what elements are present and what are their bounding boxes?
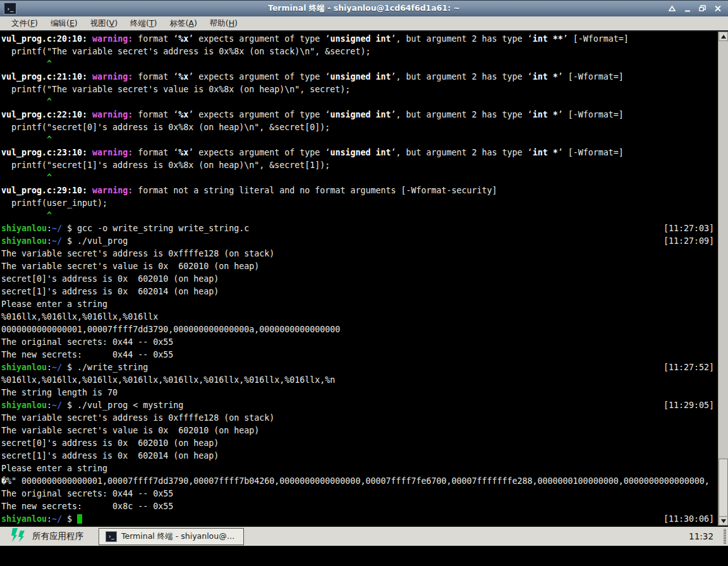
terminal-line: The original secrets: 0x44 -- 0x55 [1, 336, 718, 349]
terminal-line: %016llx,%016llx,%016llx,%016llx,%016llx,… [1, 374, 718, 387]
terminal-line: vul_prog.c:21:10: warning: format ‘%x’ e… [1, 71, 718, 83]
close-button[interactable] [713, 4, 722, 13]
terminal-line: �%" 0000000000000001,00007ffff7dd3790,00… [1, 475, 718, 488]
terminal-line: printf("The variable secret's value is 0… [1, 83, 718, 96]
scroll-down-icon [721, 519, 726, 523]
terminal-line: The new secrets: 0x8c -- 0x55 [1, 500, 718, 513]
timestamp: [11:30:06] [664, 513, 714, 526]
terminal-line: printf("secret[1]'s address is 0x%8x (on… [1, 159, 718, 172]
timestamp: [11:27:52] [664, 361, 714, 374]
window-controls [667, 4, 728, 13]
terminal-line: ^ [1, 210, 718, 222]
terminal-line: shiyanlou:~/ $ ./vul_prog < mystring[11:… [1, 399, 718, 412]
timestamp: [11:27:09] [664, 235, 714, 248]
terminal-cursor [77, 514, 82, 524]
taskbar-window-button[interactable]: ›_ Terminal 终端 - shiyanlou@… [99, 528, 244, 545]
terminal-line: 0000000000000001,00007ffff7dd3790,000000… [1, 323, 718, 336]
menu-item-view[interactable]: 视图(V) [84, 17, 124, 30]
maximize-button[interactable] [698, 4, 707, 13]
maximize-icon [698, 3, 707, 15]
terminal-line: ^ [1, 96, 718, 109]
menu-item-file[interactable]: 文件(F) [5, 17, 44, 30]
taskbar-clock: 11:32 [689, 531, 724, 541]
terminal-line: vul_prog.c:29:10: warning: format not a … [1, 184, 718, 197]
terminal-line: vul_prog.c:23:10: warning: format ‘%x’ e… [1, 147, 718, 159]
scroll-up-icon [721, 35, 726, 39]
terminal-line: printf("secret[0]'s address is 0x%8x (on… [1, 121, 718, 134]
scroll-up-button[interactable] [719, 32, 728, 41]
terminal-line: The original secrets: 0x44 -- 0x55 [1, 488, 718, 500]
terminal-line: The variable secret's address is 0xffffe… [1, 248, 718, 260]
close-icon [714, 3, 722, 15]
terminal-line: Please enter a string [1, 298, 718, 311]
taskbar-window-label: Terminal 终端 - shiyanlou@… [121, 531, 234, 542]
terminal-line: The variable secret's value is 0x 602010… [1, 424, 718, 437]
screen: { "colors": { "terminal_bg": "#000000", … [0, 0, 728, 566]
terminal-line: ^ [1, 134, 718, 147]
window-title: Terminal 终端 - shiyanlou@1cd64f6d1a61: ~ [0, 3, 728, 14]
terminal-icon: ›_ [4, 3, 16, 15]
terminal-line: The variable secret's address is 0xffffe… [1, 412, 718, 424]
scrollbar-thumb[interactable] [719, 459, 728, 517]
terminal-line: The string length is 70 [1, 387, 718, 399]
shade-icon [668, 3, 676, 15]
terminal-line: vul_prog.c:20:10: warning: format ‘%x’ e… [1, 33, 718, 45]
terminal-line: The new secrets: 0x44 -- 0x55 [1, 349, 718, 361]
terminal-line: secret[0]'s address is 0x 602010 (on hea… [1, 273, 718, 286]
scrollbar[interactable] [718, 32, 728, 526]
terminal-line: secret[0]'s address is 0x 602010 (on hea… [1, 437, 718, 450]
terminal-line: secret[1]'s address is 0x 602014 (on hea… [1, 450, 718, 462]
terminal-output[interactable]: vul_prog.c:20:10: warning: format ‘%x’ e… [0, 32, 718, 526]
panel-resize-handle[interactable] [724, 529, 726, 544]
terminal-line: Please enter a string [1, 462, 718, 475]
terminal-line: shiyanlou:~/ $ ./vul_prog[11:27:09] [1, 235, 718, 248]
menu-item-edit[interactable]: 编辑(E) [44, 17, 84, 30]
terminal-line: secret[1]'s address is 0x 602014 (on hea… [1, 286, 718, 298]
terminal-line: The variable secret's value is 0x 602010… [1, 260, 718, 273]
timestamp: [11:29:05] [664, 399, 714, 412]
terminal-line: ^ [1, 172, 718, 184]
terminal-line: ^ [1, 58, 718, 71]
terminal-icon: ›_ [106, 531, 117, 542]
terminal-window: ›_ Terminal 终端 - shiyanlou@1cd64f6d1a61:… [0, 0, 728, 526]
terminal-line: shiyanlou:~/ $ ./write_string[11:27:52] [1, 361, 718, 374]
timestamp: [11:27:03] [664, 222, 714, 235]
terminal-line: printf(user_input); [1, 197, 718, 210]
applications-menu-label: 所有应用程序 [32, 531, 83, 542]
taskbar: 所有应用程序 ›_ Terminal 终端 - shiyanlou@… 11:3… [0, 526, 728, 546]
menu-item-terminal[interactable]: 终端(T) [124, 17, 163, 30]
scroll-down-button[interactable] [719, 516, 728, 526]
titlebar[interactable]: ›_ Terminal 终端 - shiyanlou@1cd64f6d1a61:… [0, 0, 728, 16]
minimize-icon [684, 3, 691, 15]
menu-item-help[interactable]: 帮助(H) [203, 17, 244, 30]
menu-item-tabs[interactable]: 标签(A) [163, 17, 203, 30]
terminal-line: vul_prog.c:22:10: warning: format ‘%x’ e… [1, 109, 718, 121]
terminal-line: shiyanlou:~/ $ [11:30:06] [1, 513, 718, 526]
minimize-button[interactable] [682, 4, 692, 13]
terminal-line: printf("The variable secret's address is… [1, 45, 718, 58]
terminal-line: %016llx,%016llx,%016llx,%016llx [1, 311, 718, 323]
applications-menu-button[interactable]: 所有应用程序 [0, 527, 91, 546]
menubar: 文件(F)编辑(E)视图(V)终端(T)标签(A)帮助(H) [0, 16, 728, 30]
shiyanlou-logo [8, 527, 25, 545]
terminal-line: shiyanlou:~/ $ gcc -o write_string write… [1, 222, 718, 235]
shade-button[interactable] [667, 4, 677, 13]
